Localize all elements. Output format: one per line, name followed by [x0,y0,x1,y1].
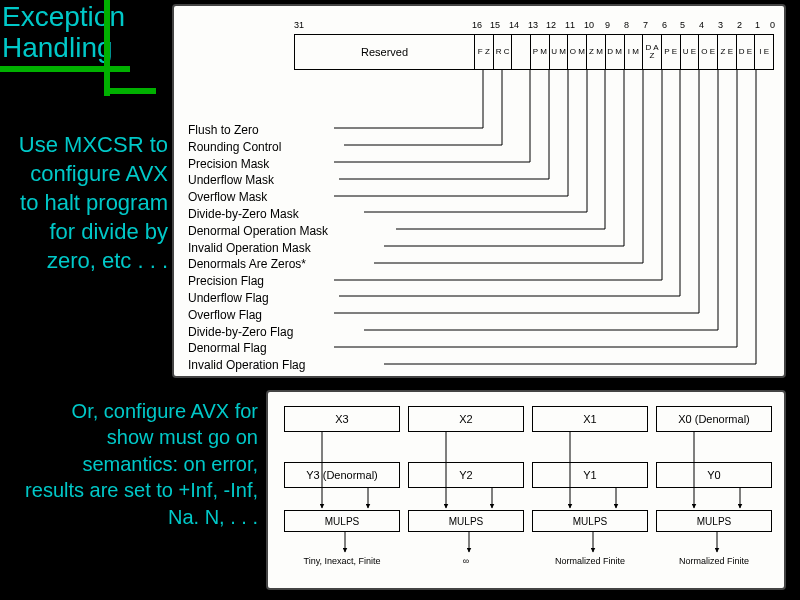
label-df: Denormal Flag [188,340,328,357]
label-of: Overflow Flag [188,307,328,324]
y2: Y2 [408,462,524,488]
label-zf: Divide-by-Zero Flag [188,324,328,341]
label-dm: Denormal Operation Mask [188,223,328,240]
y0: Y0 [656,462,772,488]
res3: Tiny, Inexact, Finite [284,556,400,576]
title-decoration-h2 [104,88,156,94]
y-row: Y3 (Denormal) Y2 Y1 Y0 [284,462,772,488]
label-daz: Denormals Are Zeros* [188,256,328,273]
res0: Normalized Finite [656,556,772,576]
title-line2: Handling [2,32,113,63]
label-fz: Flush to Zero [188,122,328,139]
label-om: Overflow Mask [188,189,328,206]
mulps-diagram: X3 X2 X1 X0 (Denormal) Y3 (Denormal) Y2 … [266,390,786,590]
res2: ∞ [408,556,524,576]
x2: X2 [408,406,524,432]
title-decoration-v [104,0,110,96]
label-if: Invalid Operation Flag [188,357,328,374]
res1: Normalized Finite [532,556,648,576]
label-uf: Underflow Flag [188,290,328,307]
label-rc: Rounding Control [188,139,328,156]
label-zm: Divide-by-Zero Mask [188,206,328,223]
label-pf: Precision Flag [188,273,328,290]
paragraph-1: Use MXCSR to configure AVX to halt progr… [6,130,168,275]
mxcsr-labels: Flush to Zero Rounding Control Precision… [188,122,328,374]
label-im: Invalid Operation Mask [188,240,328,257]
x0: X0 (Denormal) [656,406,772,432]
y3: Y3 (Denormal) [284,462,400,488]
op2: MULPS [408,510,524,532]
label-pm: Precision Mask [188,156,328,173]
y1: Y1 [532,462,648,488]
title-decoration-h1 [0,66,130,72]
result-row: Tiny, Inexact, Finite ∞ Normalized Finit… [284,556,772,576]
op0: MULPS [656,510,772,532]
x-row: X3 X2 X1 X0 (Denormal) [284,406,772,432]
op-row: MULPS MULPS MULPS MULPS [284,510,772,532]
op1: MULPS [532,510,648,532]
op3: MULPS [284,510,400,532]
x3: X3 [284,406,400,432]
paragraph-2: Or, configure AVX for show must go on se… [22,398,258,530]
x1: X1 [532,406,648,432]
label-um: Underflow Mask [188,172,328,189]
mxcsr-diagram: 31 16 15 14 13 12 11 10 9 8 7 6 5 4 3 2 … [172,4,786,378]
